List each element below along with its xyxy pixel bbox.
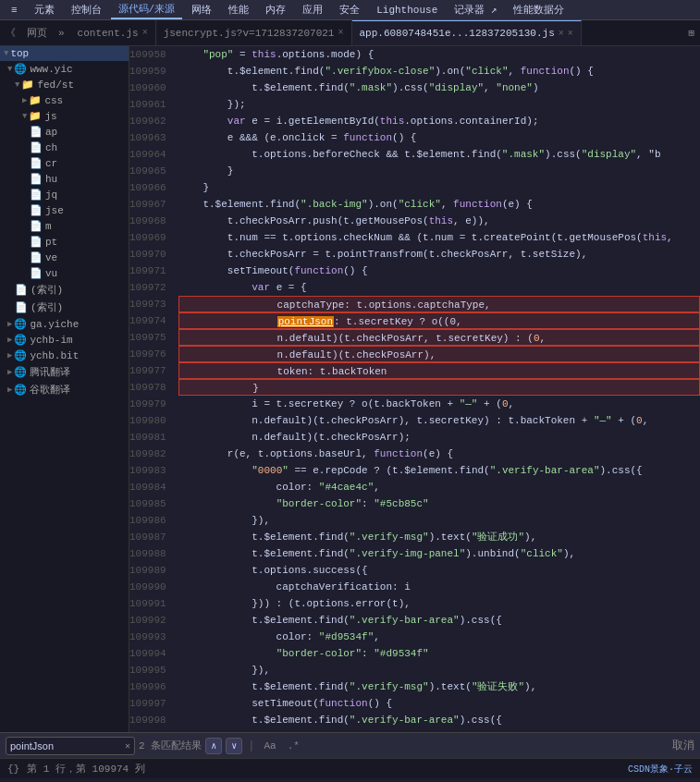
tree-label-ga: ga.yiche xyxy=(30,319,79,330)
tab-jsencrypt-label: jsencrypt.js?v=1712837207021 xyxy=(164,28,335,39)
tree-arrow-css: ▶ xyxy=(22,95,27,105)
tab-nav-extra[interactable]: 网页 xyxy=(21,20,53,45)
tab-content-label: content.js xyxy=(78,28,139,39)
tree-label-pt: pt xyxy=(45,237,57,248)
tree-label-guge: 谷歌翻译 xyxy=(30,383,70,397)
tree-arrow-guge: ▶ xyxy=(7,385,12,395)
search-toggle-word[interactable]: .* xyxy=(284,739,303,753)
sidebar-item-jse[interactable]: 📄 jse xyxy=(0,202,129,218)
menu-bar: ≡ 元素 控制台 源代码/来源 网络 性能 内存 应用 安全 Lighthous… xyxy=(0,0,700,20)
sidebar-item-suoyin1[interactable]: 📄 (索引) xyxy=(0,281,129,299)
sidebar-item-ychb-bit[interactable]: ▶ 🌐 ychb.bit xyxy=(0,348,129,363)
sidebar-item-js[interactable]: ▼ 📁 js xyxy=(0,108,129,124)
sidebar-item-ve[interactable]: 📄 ve xyxy=(0,250,129,265)
sidebar-item-ga[interactable]: ▶ 🌐 ga.yiche xyxy=(0,316,129,332)
tree-icon-ychb-bit: 🌐 xyxy=(14,349,27,361)
tab-nav-arrow[interactable]: » xyxy=(53,20,70,45)
sidebar-item-top[interactable]: ▼ top xyxy=(0,46,129,61)
sidebar-item-ap[interactable]: 📄 ap xyxy=(0,124,129,140)
search-input[interactable] xyxy=(10,740,121,751)
tab-content[interactable]: content.js × xyxy=(70,20,156,45)
menu-security[interactable]: 安全 xyxy=(332,1,367,18)
search-input-wrap: ✕ xyxy=(6,737,135,755)
menu-perf-insights[interactable]: 性能数据分 xyxy=(506,1,571,18)
tab-bar: 《 网页 » content.js × jsencrypt.js?v=17128… xyxy=(0,20,700,46)
search-toggle-case[interactable]: Aa xyxy=(261,739,280,753)
sidebar-item-jq[interactable]: 📄 jq xyxy=(0,187,129,202)
menu-application[interactable]: 应用 xyxy=(295,1,330,18)
tree-label-ap: ap xyxy=(45,127,57,138)
tree-icon-m: 📄 xyxy=(30,220,43,232)
menu-recorder[interactable]: 记录器 ↗ xyxy=(447,1,504,18)
sidebar-item-ychb[interactable]: ▶ 🌐 ychb-im xyxy=(0,332,129,348)
code-scroll-area[interactable]: 1099581099591099601099611099621099631099… xyxy=(129,46,700,732)
tree-icon-fed: 📁 xyxy=(21,79,34,91)
tree-arrow-tengxun: ▶ xyxy=(7,367,12,377)
tab-jsencrypt-close[interactable]: × xyxy=(338,28,343,38)
tree-label-jse: jse xyxy=(45,205,64,216)
search-nav-next[interactable]: ∨ xyxy=(226,738,242,754)
tab-add[interactable]: ⊞ xyxy=(682,20,700,45)
tree-icon-jq: 📄 xyxy=(30,189,43,201)
tree-icon-suoyin2: 📄 xyxy=(15,301,28,313)
sidebar-item-m[interactable]: 📄 m xyxy=(0,218,129,234)
tab-app-close2[interactable]: × xyxy=(568,29,573,39)
sidebar-item-fed[interactable]: ▼ 📁 fed/st xyxy=(0,77,129,92)
tab-content-close[interactable]: × xyxy=(142,28,148,38)
tree-icon-suoyin1: 📄 xyxy=(15,284,28,296)
menu-memory[interactable]: 内存 xyxy=(258,1,293,18)
sidebar-item-cr[interactable]: 📄 cr xyxy=(0,155,129,171)
tree-icon-www: 🌐 xyxy=(14,63,27,75)
menu-console[interactable]: 控制台 xyxy=(64,1,109,18)
sidebar-item-ch[interactable]: 📄 ch xyxy=(0,140,129,155)
tree-arrow-top: ▼ xyxy=(4,49,8,58)
tree-label-vu: vu xyxy=(45,268,57,279)
tree-icon-css: 📁 xyxy=(29,94,42,106)
menu-sources[interactable]: 源代码/来源 xyxy=(111,0,183,19)
sidebar-item-suoyin2[interactable]: 📄 (索引) xyxy=(0,299,129,316)
tree-icon-vu: 📄 xyxy=(30,267,43,279)
tree-label-top: top xyxy=(10,48,29,59)
tree-arrow-js: ▼ xyxy=(22,112,27,121)
tab-app-close[interactable]: × xyxy=(559,29,564,39)
tree-label-m: m xyxy=(45,221,52,232)
search-cancel-btn[interactable]: 取消 xyxy=(672,738,694,753)
tree-icon-guge: 🌐 xyxy=(14,384,27,396)
code-editor[interactable]: 1099581099591099601099611099621099631099… xyxy=(129,46,700,732)
tree-arrow-www: ▼ xyxy=(7,65,12,74)
menu-hamburger[interactable]: ≡ xyxy=(4,3,25,18)
sidebar-item-hu[interactable]: 📄 hu xyxy=(0,171,129,187)
sidebar-item-pt[interactable]: 📄 pt xyxy=(0,234,129,250)
sidebar-item-vu[interactable]: 📄 vu xyxy=(0,265,129,281)
status-position: 第 1 行，第 109974 列 xyxy=(27,762,145,776)
status-bar: {} 第 1 行，第 109974 列 CSDN景象·子云 xyxy=(0,758,700,778)
tab-nav-left[interactable]: 《 xyxy=(0,20,21,45)
tree-label-jq: jq xyxy=(45,189,57,201)
sidebar-item-css[interactable]: ▶ 📁 css xyxy=(0,92,129,108)
search-result-count: 2 条匹配结果 xyxy=(139,739,202,752)
menu-network[interactable]: 网络 xyxy=(184,1,219,18)
tree-label-js: js xyxy=(44,111,56,122)
sidebar-item-www[interactable]: ▼ 🌐 www.yic xyxy=(0,61,129,77)
code-container: 1099581099591099601099611099621099631099… xyxy=(129,46,700,728)
tree-arrow-ga: ▶ xyxy=(7,319,12,329)
search-bar: ✕ 2 条匹配结果 ∧ ∨ | Aa .* 取消 xyxy=(0,732,700,758)
search-nav-prev[interactable]: ∧ xyxy=(205,738,222,754)
tree-icon-ga: 🌐 xyxy=(14,318,27,330)
sidebar-item-tengxun[interactable]: ▶ 🌐 腾讯翻译 xyxy=(0,363,129,381)
tree-label-ve: ve xyxy=(45,252,57,263)
tree-label-css: css xyxy=(44,95,63,106)
sidebar-item-guge[interactable]: ▶ 🌐 谷歌翻译 xyxy=(0,381,129,398)
tab-jsencrypt[interactable]: jsencrypt.js?v=1712837207021 × xyxy=(156,20,352,45)
menu-performance[interactable]: 性能 xyxy=(221,1,256,18)
status-right-text[interactable]: CSDN景象·子云 xyxy=(628,763,693,776)
line-numbers: 1099581099591099601099611099621099631099… xyxy=(129,46,171,728)
tab-app[interactable]: app.6080748451e...12837205130.js × × xyxy=(352,20,582,45)
search-separator: | xyxy=(248,739,254,752)
status-right: CSDN景象·子云 xyxy=(628,763,693,776)
tree-arrow-ychb-bit: ▶ xyxy=(7,350,12,360)
main-area: ▼ top ▼ 🌐 www.yic ▼ 📁 fed/st ▶ 📁 css ▼ 📁… xyxy=(0,46,700,732)
search-clear-btn[interactable]: ✕ xyxy=(125,740,130,751)
menu-lighthouse[interactable]: Lighthouse xyxy=(369,3,445,18)
menu-elements[interactable]: 元素 xyxy=(27,1,62,18)
